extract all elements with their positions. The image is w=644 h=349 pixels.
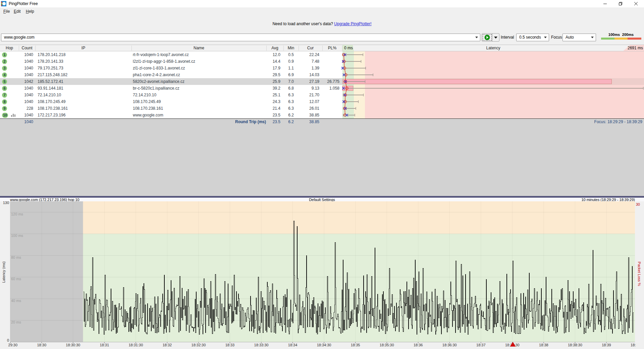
column-header-cur[interactable]: Cur xyxy=(299,45,322,51)
cell-count: 1040 xyxy=(9,71,33,78)
cell-ip: 108.170.245.49 xyxy=(38,98,131,105)
y-gridline-label: 80 ms xyxy=(11,255,21,259)
cell-count: 1040 xyxy=(9,51,33,58)
column-header-min[interactable]: Min xyxy=(283,45,299,51)
table-row-hop-4[interactable]: 41040217.115.248.182pha1-core-2-4-2.avon… xyxy=(0,71,342,78)
cell-ip: 93.91.144.181 xyxy=(38,85,131,92)
cell-cur: 9.13 xyxy=(288,85,319,92)
timeline-range-label: 10 minutes (18:29:29 - 18:39:29) xyxy=(581,198,635,201)
table-row-hop-8[interactable]: 81040108.170.245.49108.170.245.4924.36.3… xyxy=(0,98,342,105)
cell-name: l2zl1-zl-top-aggr-1-858-1.avonet.cz xyxy=(133,58,267,65)
column-header-name[interactable]: Name xyxy=(131,45,266,51)
cell-ip: 178.20.141.218 xyxy=(38,51,131,58)
interval-value: 0.5 seconds xyxy=(519,34,541,41)
focus-range-label: Focus: 18:29:29 - 18:39:29 xyxy=(542,119,642,125)
column-header-hop[interactable]: Hop xyxy=(0,45,19,51)
start-trace-button[interactable] xyxy=(482,34,492,41)
close-button[interactable] xyxy=(628,0,644,7)
table-row-hop-5[interactable]: 51042185.52.172.415820c2-avonet.ispallia… xyxy=(0,78,342,85)
legend-200ms-label: 200ms xyxy=(622,33,634,37)
table-row-hop-1[interactable]: 11040178.20.141.218rt-fr-vodojem-1-loop7… xyxy=(0,51,342,58)
round-trip-summary-row[interactable]: 1040Round Trip (ms)23.56.238.85Focus: 18… xyxy=(0,118,644,125)
x-tick-label: 18:30 xyxy=(37,343,46,347)
chevron-down-icon[interactable] xyxy=(544,37,547,38)
column-divider xyxy=(266,46,267,51)
y2-axis-title: Packet Loss % xyxy=(637,262,641,286)
start-trace-dropdown[interactable] xyxy=(494,37,497,39)
restore-button[interactable] xyxy=(613,0,628,7)
column-divider xyxy=(131,46,132,51)
column-header-pl[interactable]: PL% xyxy=(322,45,342,51)
column-divider xyxy=(19,46,19,51)
hop-badge: 10 xyxy=(2,113,8,118)
trace-table-header: HopCountIPNameAvgMinCurPL%Latency0 ms269… xyxy=(0,45,644,51)
cell-cur: 22.24 xyxy=(288,51,319,58)
interval-combobox[interactable]: 0.5 seconds xyxy=(516,34,549,41)
x-tick-label: 18:35 xyxy=(351,343,360,347)
hop-badge: 6 xyxy=(2,86,7,91)
y-gridline-label: 60 ms xyxy=(11,277,21,281)
table-row-hop-9[interactable]: 9228108.170.238.161108.170.238.16121.46.… xyxy=(0,105,342,112)
hop-badge: 3 xyxy=(2,66,7,71)
y-min-label: 0 xyxy=(7,338,9,342)
table-row-hop-10[interactable]: 101040172.217.23.196www.google.com23.56.… xyxy=(0,112,342,118)
pingplotter-window: PingPlotter Free File Edit Help Need to … xyxy=(0,0,644,349)
hop-badge: 9 xyxy=(2,106,7,111)
column-header-ip[interactable]: IP xyxy=(35,45,131,51)
focus-combobox[interactable]: Auto xyxy=(562,34,596,41)
column-header-latency[interactable]: Latency xyxy=(342,45,644,51)
empty-area xyxy=(0,125,644,196)
timeline-target-label: www.google.com (172.217.23.196) hop 10 xyxy=(10,198,79,201)
column-header-count[interactable]: Count xyxy=(19,45,35,51)
chevron-down-icon[interactable] xyxy=(475,37,478,38)
cell-cur: 14.03 xyxy=(288,71,319,78)
column-header-avg[interactable]: Avg xyxy=(266,45,283,51)
cell-count: 1040 xyxy=(9,65,33,71)
upgrade-link[interactable]: Upgrade PingPlotter! xyxy=(334,21,371,26)
cell-name: rt-fr-vodojem-1-loop7.avonet.cz xyxy=(133,51,267,58)
restore-icon xyxy=(619,2,622,5)
latency-scale-max-label: 2691 ms xyxy=(628,45,643,51)
x-tick-label: 18:31 xyxy=(100,343,109,347)
table-row-hop-7[interactable]: 7104072.14.210.1072.14.210.1025.16.321.7… xyxy=(0,92,342,98)
x-tick-label: 18:39:30 xyxy=(631,343,644,347)
table-row-hop-2[interactable]: 21040178.20.141.33l2zl1-zl-top-aggr-1-85… xyxy=(0,58,342,65)
column-divider xyxy=(322,46,323,51)
interval-label: Interval xyxy=(501,34,514,41)
latency-timeline-chart: 20 ms40 ms60 ms80 ms100 ms120 ms18:29:30… xyxy=(0,201,644,349)
start-trace-split-button xyxy=(482,33,499,42)
cell-count: 1040 xyxy=(9,58,33,65)
timeline-title-strip: www.google.com (172.217.23.196) hop 10 D… xyxy=(0,198,644,201)
x-tick-label: 18:29:30 xyxy=(3,343,17,347)
close-icon xyxy=(634,2,638,5)
play-icon xyxy=(484,35,490,40)
target-address-value: www.google.com xyxy=(4,34,35,41)
menu-file[interactable]: File xyxy=(3,8,10,15)
x-axis-labels: 18:29:3018:3018:30:3018:3118:31:3018:321… xyxy=(3,343,644,347)
cell-ip: 72.14.210.10 xyxy=(38,92,131,98)
menu-edit[interactable]: Edit xyxy=(14,8,21,15)
y-gridline-label: 100 ms xyxy=(11,234,23,238)
cell-pl: 26.775 xyxy=(315,78,339,85)
target-address-combobox[interactable]: www.google.com xyxy=(1,34,480,41)
latency-color-legend: 100ms 200ms xyxy=(601,33,641,40)
focus-value: Auto xyxy=(566,34,574,41)
menu-help[interactable]: Help xyxy=(26,8,34,15)
menu-item-accelerator: F xyxy=(3,9,6,14)
banner-text: Need to load another user's data? xyxy=(272,21,334,26)
hop-badge: 4 xyxy=(2,72,7,78)
column-divider xyxy=(299,46,299,51)
cell-pl: 1.058 xyxy=(315,85,339,92)
table-row-hop-6[interactable]: 6104093.91.144.181br-c-5820c1.ispallianc… xyxy=(0,85,342,92)
cell-cur: 7.48 xyxy=(288,58,319,65)
y2-max-label: 30 xyxy=(636,202,640,206)
table-row-hop-3[interactable]: 3104079.170.251.73zl1-zl-core-1-833-1.av… xyxy=(0,65,342,71)
cell-count: 1040 xyxy=(9,112,33,118)
x-tick-label: 18:35:30 xyxy=(380,343,394,347)
cell-cur: 27.19 xyxy=(288,78,319,85)
x-tick-label: 18:33:30 xyxy=(254,343,269,347)
column-divider xyxy=(283,46,284,51)
chevron-down-icon[interactable] xyxy=(591,37,594,38)
cell-ip: 178.20.141.33 xyxy=(38,58,131,65)
minimize-button[interactable] xyxy=(597,0,613,7)
